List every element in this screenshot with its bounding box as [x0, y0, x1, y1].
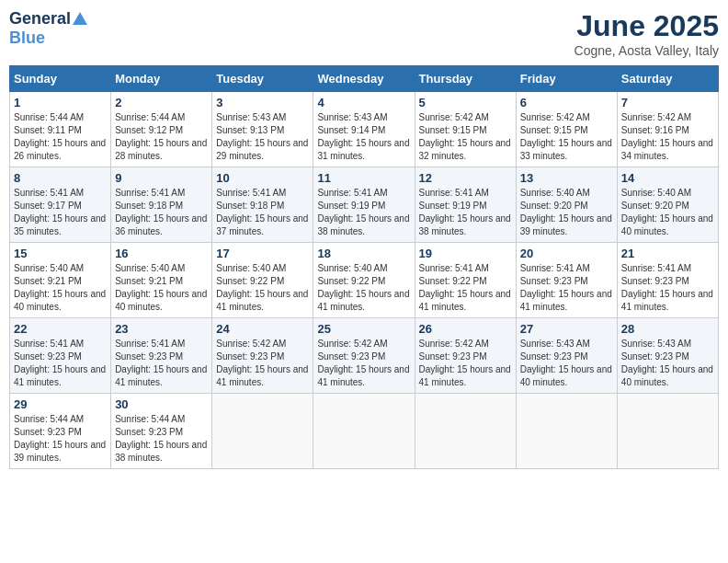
day-info: Sunrise: 5:42 AMSunset: 9:15 PMDaylight:… — [419, 112, 511, 161]
table-row: 12 Sunrise: 5:41 AMSunset: 9:19 PMDaylig… — [415, 167, 516, 243]
day-info: Sunrise: 5:40 AMSunset: 9:20 PMDaylight:… — [621, 188, 713, 236]
col-saturday: Saturday — [617, 66, 718, 92]
table-row: 26 Sunrise: 5:42 AMSunset: 9:23 PMDaylig… — [415, 318, 516, 394]
day-number: 8 — [14, 171, 107, 185]
day-info: Sunrise: 5:44 AMSunset: 9:12 PMDaylight:… — [115, 112, 207, 161]
table-row: 7 Sunrise: 5:42 AMSunset: 9:16 PMDayligh… — [617, 92, 718, 167]
day-info: Sunrise: 5:41 AMSunset: 9:19 PMDaylight:… — [419, 188, 511, 236]
day-number: 17 — [216, 247, 309, 260]
day-number: 19 — [419, 247, 512, 260]
day-info: Sunrise: 5:41 AMSunset: 9:23 PMDaylight:… — [621, 263, 713, 312]
day-number: 23 — [115, 322, 208, 336]
table-row: 18 Sunrise: 5:40 AMSunset: 9:22 PMDaylig… — [313, 243, 415, 318]
day-info: Sunrise: 5:42 AMSunset: 9:23 PMDaylight:… — [419, 339, 511, 387]
table-row: 14 Sunrise: 5:40 AMSunset: 9:20 PMDaylig… — [617, 167, 718, 243]
day-info: Sunrise: 5:43 AMSunset: 9:13 PMDaylight:… — [216, 112, 308, 161]
title-area: June 2025 Cogne, Aosta Valley, Italy — [574, 9, 719, 58]
logo: General Blue — [9, 9, 88, 48]
table-row: 9 Sunrise: 5:41 AMSunset: 9:18 PMDayligh… — [111, 167, 212, 243]
day-number: 20 — [520, 247, 613, 260]
day-info: Sunrise: 5:41 AMSunset: 9:17 PMDaylight:… — [14, 188, 106, 236]
table-row: 5 Sunrise: 5:42 AMSunset: 9:15 PMDayligh… — [415, 92, 516, 167]
day-number: 14 — [621, 171, 714, 185]
table-row: 2 Sunrise: 5:44 AMSunset: 9:12 PMDayligh… — [111, 92, 212, 167]
day-info: Sunrise: 5:42 AMSunset: 9:16 PMDaylight:… — [621, 112, 713, 161]
day-number: 16 — [115, 247, 208, 260]
day-info: Sunrise: 5:44 AMSunset: 9:11 PMDaylight:… — [14, 112, 106, 161]
day-number: 22 — [14, 322, 107, 336]
col-wednesday: Wednesday — [313, 66, 415, 92]
day-number: 2 — [115, 96, 208, 109]
day-info: Sunrise: 5:42 AMSunset: 9:15 PMDaylight:… — [520, 112, 612, 161]
day-info: Sunrise: 5:43 AMSunset: 9:14 PMDaylight:… — [317, 112, 409, 161]
day-info: Sunrise: 5:41 AMSunset: 9:19 PMDaylight:… — [317, 188, 409, 236]
month-year-title: June 2025 — [574, 9, 719, 43]
table-row — [313, 394, 415, 469]
table-row: 25 Sunrise: 5:42 AMSunset: 9:23 PMDaylig… — [313, 318, 415, 394]
table-row — [516, 394, 617, 469]
table-row: 13 Sunrise: 5:40 AMSunset: 9:20 PMDaylig… — [516, 167, 617, 243]
table-row: 10 Sunrise: 5:41 AMSunset: 9:18 PMDaylig… — [212, 167, 313, 243]
day-number: 7 — [621, 96, 714, 109]
day-number: 27 — [520, 322, 613, 336]
calendar-header-row: Sunday Monday Tuesday Wednesday Thursday… — [10, 66, 719, 92]
table-row — [415, 394, 516, 469]
day-number: 18 — [317, 247, 410, 260]
table-row: 1 Sunrise: 5:44 AMSunset: 9:11 PMDayligh… — [10, 92, 111, 167]
day-number: 25 — [317, 322, 410, 336]
day-info: Sunrise: 5:41 AMSunset: 9:22 PMDaylight:… — [419, 263, 511, 312]
day-number: 5 — [419, 96, 512, 109]
day-info: Sunrise: 5:41 AMSunset: 9:23 PMDaylight:… — [14, 339, 106, 387]
table-row: 3 Sunrise: 5:43 AMSunset: 9:13 PMDayligh… — [212, 92, 313, 167]
col-friday: Friday — [516, 66, 617, 92]
day-info: Sunrise: 5:42 AMSunset: 9:23 PMDaylight:… — [216, 339, 308, 387]
col-tuesday: Tuesday — [212, 66, 313, 92]
day-info: Sunrise: 5:41 AMSunset: 9:23 PMDaylight:… — [115, 339, 207, 387]
table-row — [617, 394, 718, 469]
col-monday: Monday — [111, 66, 212, 92]
logo-general-text: General — [9, 9, 71, 29]
day-number: 26 — [419, 322, 512, 336]
day-info: Sunrise: 5:42 AMSunset: 9:23 PMDaylight:… — [317, 339, 409, 387]
day-number: 21 — [621, 247, 714, 260]
day-info: Sunrise: 5:41 AMSunset: 9:18 PMDaylight:… — [115, 188, 207, 236]
day-info: Sunrise: 5:40 AMSunset: 9:22 PMDaylight:… — [216, 263, 308, 312]
table-row: 6 Sunrise: 5:42 AMSunset: 9:15 PMDayligh… — [516, 92, 617, 167]
location-text: Cogne, Aosta Valley, Italy — [574, 43, 719, 58]
day-info: Sunrise: 5:40 AMSunset: 9:22 PMDaylight:… — [317, 263, 409, 312]
day-info: Sunrise: 5:40 AMSunset: 9:20 PMDaylight:… — [520, 188, 612, 236]
logo-blue-text: Blue — [9, 29, 45, 47]
table-row: 19 Sunrise: 5:41 AMSunset: 9:22 PMDaylig… — [415, 243, 516, 318]
day-number: 6 — [520, 96, 613, 109]
col-sunday: Sunday — [10, 66, 111, 92]
table-row: 20 Sunrise: 5:41 AMSunset: 9:23 PMDaylig… — [516, 243, 617, 318]
day-number: 13 — [520, 171, 613, 185]
page-header: General Blue June 2025 Cogne, Aosta Vall… — [9, 9, 719, 58]
table-row — [212, 394, 313, 469]
day-number: 12 — [419, 171, 512, 185]
table-row: 29 Sunrise: 5:44 AMSunset: 9:23 PMDaylig… — [10, 394, 111, 469]
table-row: 27 Sunrise: 5:43 AMSunset: 9:23 PMDaylig… — [516, 318, 617, 394]
table-row: 28 Sunrise: 5:43 AMSunset: 9:23 PMDaylig… — [617, 318, 718, 394]
day-info: Sunrise: 5:40 AMSunset: 9:21 PMDaylight:… — [14, 263, 106, 312]
calendar-table: Sunday Monday Tuesday Wednesday Thursday… — [9, 65, 719, 469]
table-row: 22 Sunrise: 5:41 AMSunset: 9:23 PMDaylig… — [10, 318, 111, 394]
day-number: 30 — [115, 397, 208, 411]
day-number: 9 — [115, 171, 208, 185]
day-info: Sunrise: 5:40 AMSunset: 9:21 PMDaylight:… — [115, 263, 207, 312]
day-info: Sunrise: 5:43 AMSunset: 9:23 PMDaylight:… — [621, 339, 713, 387]
day-info: Sunrise: 5:44 AMSunset: 9:23 PMDaylight:… — [14, 414, 106, 463]
table-row: 4 Sunrise: 5:43 AMSunset: 9:14 PMDayligh… — [313, 92, 415, 167]
day-number: 29 — [14, 397, 107, 411]
table-row: 30 Sunrise: 5:44 AMSunset: 9:23 PMDaylig… — [111, 394, 212, 469]
day-number: 1 — [14, 96, 107, 109]
svg-marker-0 — [73, 12, 87, 25]
table-row: 8 Sunrise: 5:41 AMSunset: 9:17 PMDayligh… — [10, 167, 111, 243]
logo-icon — [72, 10, 88, 27]
day-number: 11 — [317, 171, 410, 185]
day-info: Sunrise: 5:41 AMSunset: 9:18 PMDaylight:… — [216, 188, 308, 236]
col-thursday: Thursday — [415, 66, 516, 92]
table-row: 24 Sunrise: 5:42 AMSunset: 9:23 PMDaylig… — [212, 318, 313, 394]
day-number: 28 — [621, 322, 714, 336]
table-row: 21 Sunrise: 5:41 AMSunset: 9:23 PMDaylig… — [617, 243, 718, 318]
